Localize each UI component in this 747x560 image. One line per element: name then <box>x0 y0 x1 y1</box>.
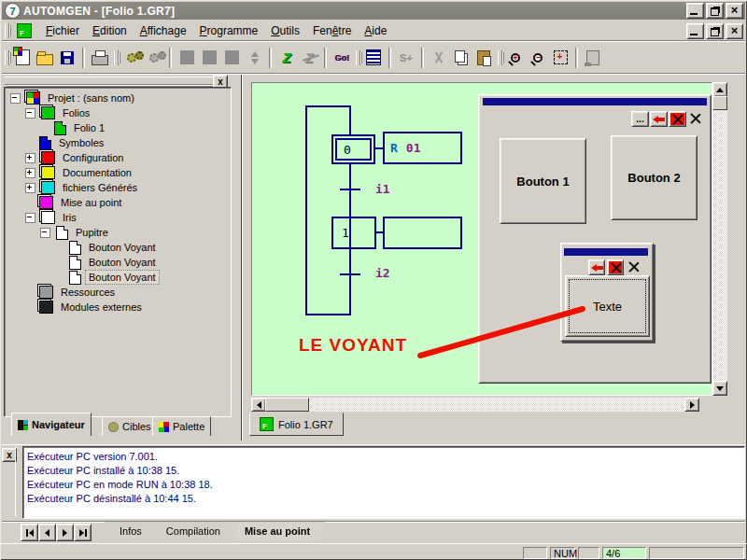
toolbar-grip-3[interactable] <box>356 50 360 65</box>
tree-item-projet[interactable]: Projet : (sans nom) <box>5 91 231 105</box>
collapse-icon[interactable] <box>40 228 50 238</box>
expand-icon[interactable] <box>25 183 35 193</box>
zoom-in-icon[interactable] <box>504 47 527 69</box>
grafcet-step-0[interactable]: 0 <box>331 134 375 164</box>
compile-gears-icon[interactable] <box>120 47 143 69</box>
red-close-button[interactable] <box>669 111 686 127</box>
menu-edition[interactable]: Edition <box>86 21 134 40</box>
tab-mise-au-point[interactable]: Mise au point <box>230 522 325 540</box>
menu-affichage[interactable]: Affichage <box>134 21 193 40</box>
tree-item-bouton-voyant-3[interactable]: Bouton Voyant <box>5 270 231 285</box>
scroll-down-icon[interactable] <box>712 381 727 396</box>
expand-icon[interactable] <box>25 168 35 178</box>
vertical-scroll-thumb[interactable] <box>712 96 727 110</box>
zoom-out-icon[interactable] <box>527 47 549 69</box>
menubar-grip[interactable] <box>5 23 9 38</box>
tree-item-pupitre[interactable]: Pupitre <box>5 225 231 240</box>
new-document-icon[interactable] <box>11 47 34 69</box>
menu-programme[interactable]: Programme <box>193 21 265 40</box>
tree-item-ressources[interactable]: Ressources <box>5 285 231 300</box>
grafcet-step-1[interactable]: 1 <box>331 217 376 249</box>
tree-item-symboles[interactable]: Symboles <box>5 135 231 150</box>
first-tab-icon[interactable] <box>21 524 38 541</box>
close-button[interactable] <box>726 3 743 19</box>
red-back-arrow-icon <box>653 116 665 123</box>
tree-item-folio-1[interactable]: Folio 1 <box>5 120 231 135</box>
tree-item-fichiers-generes[interactable]: fichiers Générés <box>5 180 231 195</box>
collapse-icon[interactable] <box>25 108 35 119</box>
scroll-up-icon[interactable] <box>712 82 727 97</box>
tree-item-mise-au-point[interactable]: Mise au point <box>5 195 231 210</box>
mdi-restore-button[interactable] <box>706 23 724 39</box>
grafcet-action-box-empty[interactable] <box>383 217 462 249</box>
grafcet-action-box[interactable]: R 01 <box>383 132 462 164</box>
scroll-right-icon[interactable] <box>684 398 699 412</box>
bouton-2[interactable]: Bouton 2 <box>611 135 698 220</box>
document-icon[interactable] <box>17 23 32 38</box>
print-icon[interactable] <box>89 47 111 69</box>
tree-item-iris[interactable]: Iris <box>5 210 231 225</box>
transition-2-label[interactable]: i2 <box>375 266 390 280</box>
vertical-scrollbar[interactable] <box>712 82 727 396</box>
toolbar-grip-2[interactable] <box>114 50 119 65</box>
tab-palette[interactable]: Palette <box>152 416 211 436</box>
menu-outils[interactable]: Outils <box>264 21 306 40</box>
tree-item-documentation[interactable]: Documentation <box>5 165 231 180</box>
bouton-1[interactable]: Bouton 1 <box>500 138 586 224</box>
grafcet-canvas[interactable]: 0 R 01 i1 1 i2 ... <box>251 82 712 396</box>
expand-icon[interactable] <box>25 153 35 163</box>
tab-compilation[interactable]: Compilation <box>151 522 235 540</box>
go-icon[interactable]: Go! <box>331 47 353 69</box>
voyant-close-x-button[interactable] <box>626 259 641 273</box>
last-tab-icon[interactable] <box>74 524 92 541</box>
grafcet-transition-2[interactable] <box>340 273 360 275</box>
panel-grip[interactable] <box>5 77 216 85</box>
voyant-window[interactable]: Texte <box>560 243 654 342</box>
back-arrow-button[interactable] <box>650 111 668 127</box>
horizontal-scrollbar[interactable] <box>251 398 699 412</box>
minimize-button[interactable] <box>686 3 704 19</box>
open-folder-icon[interactable] <box>34 47 56 69</box>
restore-button[interactable] <box>706 3 724 19</box>
grafcet-transition-1[interactable] <box>340 189 360 190</box>
mdi-minimize-button[interactable] <box>686 23 704 39</box>
toolbar-grip-1[interactable] <box>5 50 9 65</box>
list-icon[interactable] <box>362 47 385 69</box>
tab-navigateur[interactable]: Navigateur <box>11 413 92 436</box>
close-x-button[interactable] <box>687 111 703 125</box>
tab-cibles[interactable]: Cibles <box>102 416 158 436</box>
tab-infos[interactable]: Infos <box>105 522 157 540</box>
mdi-close-button[interactable] <box>726 23 743 39</box>
page-preview-icon[interactable] <box>582 47 604 69</box>
title-bar[interactable]: 7 AUTOMGEN - [Folio 1.GR7] <box>2 2 745 20</box>
texte-button[interactable]: Texte <box>565 275 650 337</box>
voyant-back-arrow-button[interactable] <box>588 259 605 275</box>
horizontal-scroll-thumb[interactable] <box>265 398 309 412</box>
run-z-icon[interactable]: Z <box>275 47 298 69</box>
prev-tab-icon[interactable] <box>38 524 56 541</box>
tree-item-modules-externes[interactable]: Modules externes <box>5 300 231 315</box>
tree-item-bouton-voyant-2[interactable]: Bouton Voyant <box>5 255 231 270</box>
next-tab-icon[interactable] <box>56 524 74 541</box>
menu-aide[interactable]: Aide <box>358 21 393 40</box>
tree-item-bouton-voyant-1[interactable]: Bouton Voyant <box>5 240 231 255</box>
copy-icon[interactable] <box>450 47 472 69</box>
add-symbol-icon: S+ <box>395 47 417 69</box>
menu-fichier[interactable]: Fichier <box>39 21 86 40</box>
voyant-red-close-button[interactable] <box>607 259 624 275</box>
log-output[interactable]: Exécuteur PC version 7.001. Exécuteur PC… <box>22 446 745 519</box>
save-icon[interactable] <box>56 47 78 69</box>
pupitre-window[interactable]: ... Bouton 1 Bouton 2 Texte <box>478 94 712 384</box>
folio-tab[interactable]: Folio 1.GR7 <box>249 413 344 436</box>
zoom-selection-icon[interactable] <box>549 47 571 69</box>
tree-item-configuration[interactable]: Configuration <box>5 150 231 165</box>
collapse-icon[interactable] <box>25 213 35 223</box>
tree-item-folios[interactable]: Folios <box>5 105 231 120</box>
transition-1-label[interactable]: i1 <box>375 182 390 196</box>
menu-fenetre[interactable]: Fenêtre <box>306 21 358 40</box>
toolbar-grip-4[interactable] <box>498 50 502 65</box>
paste-icon[interactable] <box>472 47 495 69</box>
dots-button[interactable]: ... <box>631 111 649 127</box>
collapse-icon[interactable] <box>10 93 21 104</box>
scroll-left-icon[interactable] <box>251 398 266 412</box>
